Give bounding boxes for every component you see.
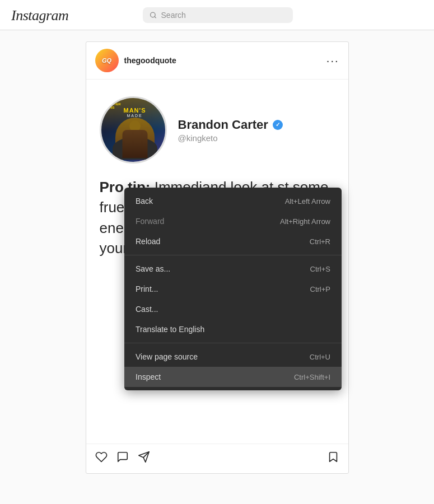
like-button[interactable] <box>95 451 108 466</box>
comment-button[interactable] <box>116 451 129 466</box>
menu-item-inspect[interactable]: InspectCtrl+Shift+I <box>124 367 342 387</box>
menu-item-back[interactable]: BackAlt+Left Arrow <box>124 191 342 211</box>
bookmark-button[interactable] <box>327 451 339 466</box>
menu-item-label: Forward <box>136 217 164 226</box>
username-label[interactable]: thegoodquote <box>124 56 176 65</box>
post-actions <box>86 444 348 473</box>
profile-handle: @kingketo <box>178 133 335 143</box>
menu-item-label: Cast... <box>136 305 158 314</box>
actions-left <box>95 451 150 466</box>
menu-item-view-page-source[interactable]: View page sourceCtrl+U <box>124 347 342 367</box>
magazine-cover-image: MAN'S MADE MONSTERGAINS BRA <box>101 98 167 164</box>
search-icon <box>150 11 157 19</box>
menu-item-label: View page source <box>136 352 198 361</box>
menu-item-reload[interactable]: ReloadCtrl+R <box>124 231 342 251</box>
svg-line-1 <box>155 16 156 17</box>
menu-item-shortcut: Ctrl+Shift+I <box>294 373 330 381</box>
post-profile: MAN'S MADE MONSTERGAINS BRA Brandon Cart… <box>100 96 335 164</box>
search-bar[interactable] <box>143 7 293 23</box>
menu-item-label: Reload <box>136 237 160 246</box>
profile-info: Brandon Carter ✓ @kingketo <box>178 118 335 143</box>
verified-badge: ✓ <box>273 120 283 130</box>
menu-item-label: Translate to English <box>136 325 204 334</box>
menu-item-label: Print... <box>136 284 158 293</box>
profile-name-text: Brandon Carter <box>178 118 268 132</box>
search-input[interactable] <box>161 11 286 20</box>
menu-item-cast---[interactable]: Cast... <box>124 299 342 319</box>
context-menu: BackAlt+Left ArrowForwardAlt+Right Arrow… <box>124 188 342 390</box>
header: Instagram <box>0 0 434 30</box>
instagram-logo: Instagram <box>11 6 68 24</box>
profile-avatar: MAN'S MADE MONSTERGAINS BRA <box>100 96 167 164</box>
share-button[interactable] <box>138 451 150 466</box>
post-user: GQ thegoodquote <box>95 49 176 72</box>
menu-item-print---[interactable]: Print...Ctrl+P <box>124 279 342 299</box>
menu-item-shortcut: Alt+Left Arrow <box>285 197 330 206</box>
menu-item-translate-to-english[interactable]: Translate to English <box>124 319 342 339</box>
menu-item-label: Inspect <box>136 372 161 381</box>
post-header: GQ thegoodquote ··· <box>86 42 348 80</box>
avatar: GQ <box>95 49 119 72</box>
menu-separator <box>124 343 342 343</box>
menu-item-label: Save as... <box>136 264 170 273</box>
menu-item-shortcut: Ctrl+S <box>310 265 330 273</box>
menu-item-shortcut: Ctrl+U <box>310 353 330 361</box>
menu-separator <box>124 255 342 255</box>
menu-item-label: Back <box>136 197 153 206</box>
more-options-button[interactable]: ··· <box>326 54 339 67</box>
menu-item-shortcut: Ctrl+P <box>310 285 330 293</box>
profile-name: Brandon Carter ✓ <box>178 118 335 132</box>
menu-item-save-as---[interactable]: Save as...Ctrl+S <box>124 259 342 279</box>
menu-item-shortcut: Ctrl+R <box>310 237 330 246</box>
avatar-text: GQ <box>102 57 111 64</box>
menu-item-forward[interactable]: ForwardAlt+Right Arrow <box>124 211 342 231</box>
menu-item-shortcut: Alt+Right Arrow <box>280 217 330 226</box>
